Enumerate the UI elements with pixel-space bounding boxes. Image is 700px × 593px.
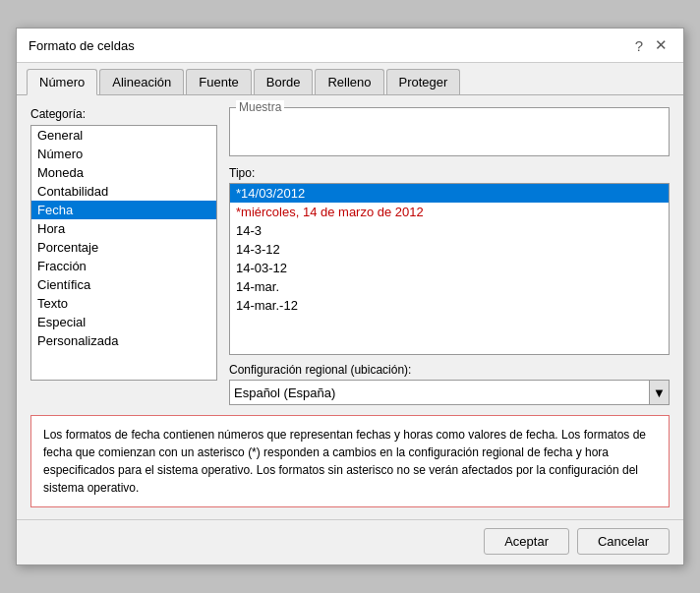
tipo-label: Tipo: <box>229 166 670 180</box>
tipo-item[interactable]: 14-3 <box>230 221 669 240</box>
list-item[interactable]: Texto <box>31 294 216 313</box>
muestra-label: Muestra <box>236 100 284 114</box>
cancel-button[interactable]: Cancelar <box>577 528 670 555</box>
tipo-item[interactable]: 14-3-12 <box>230 240 669 259</box>
close-button[interactable]: ✕ <box>651 36 671 54</box>
content-row: Categoría: General Número Moneda Contabi… <box>30 107 670 405</box>
tipo-item[interactable]: 14-mar.-12 <box>230 296 669 315</box>
tab-fuente[interactable]: Fuente <box>186 69 251 94</box>
tab-numero[interactable]: Número <box>27 69 97 95</box>
tab-bar: Número Alineación Fuente Borde Relleno P… <box>17 63 683 95</box>
dialog-content: Categoría: General Número Moneda Contabi… <box>17 95 683 519</box>
tipo-item[interactable]: *miércoles, 14 de marzo de 2012 <box>230 203 669 221</box>
tipo-item-selected[interactable]: *14/03/2012 <box>230 184 669 203</box>
categoria-label: Categoría: <box>30 107 217 121</box>
list-item[interactable]: Contabilidad <box>31 182 216 201</box>
title-controls: ? ✕ <box>631 36 671 54</box>
tipo-listbox[interactable]: *14/03/2012 *miércoles, 14 de marzo de 2… <box>229 183 670 355</box>
list-item[interactable]: Fracción <box>31 257 216 275</box>
right-panel: Muestra Tipo: *14/03/2012 *miércoles, 14… <box>229 107 670 405</box>
info-text: Los formatos de fecha contienen números … <box>43 428 646 495</box>
categoria-listbox[interactable]: General Número Moneda Contabilidad Fecha… <box>30 125 217 381</box>
tab-borde[interactable]: Borde <box>254 69 314 94</box>
tipo-item[interactable]: 14-mar. <box>230 277 669 296</box>
dialog-footer: Aceptar Cancelar <box>17 519 683 564</box>
format-cells-dialog: Formato de celdas ? ✕ Número Alineación … <box>16 28 684 565</box>
list-item[interactable]: Moneda <box>31 163 216 182</box>
help-button[interactable]: ? <box>631 37 647 54</box>
title-bar: Formato de celdas ? ✕ <box>17 29 683 63</box>
config-regional-value: Español (España) <box>234 385 649 400</box>
list-item[interactable]: General <box>31 126 216 145</box>
config-dropdown-arrow[interactable]: ▼ <box>649 381 669 404</box>
dialog-title: Formato de celdas <box>29 38 135 53</box>
list-item[interactable]: Personalizada <box>31 331 216 350</box>
info-box: Los formatos de fecha contienen números … <box>30 415 670 507</box>
config-regional-select[interactable]: Español (España) ▼ <box>229 380 670 405</box>
list-item-fecha[interactable]: Fecha <box>31 201 216 219</box>
accept-button[interactable]: Aceptar <box>484 528 569 555</box>
muestra-box: Muestra <box>229 107 670 156</box>
config-regional-label: Configuración regional (ubicación): <box>229 363 670 377</box>
list-item[interactable]: Número <box>31 145 216 163</box>
tab-proteger[interactable]: Proteger <box>386 69 461 94</box>
tab-relleno[interactable]: Relleno <box>315 69 383 94</box>
list-item[interactable]: Especial <box>31 313 216 331</box>
list-item[interactable]: Científica <box>31 275 216 294</box>
list-item[interactable]: Porcentaje <box>31 238 216 257</box>
left-panel: Categoría: General Número Moneda Contabi… <box>30 107 217 405</box>
tipo-item[interactable]: 14-03-12 <box>230 259 669 277</box>
list-item-hora[interactable]: Hora <box>31 219 216 238</box>
tab-alineacion[interactable]: Alineación <box>99 69 184 94</box>
